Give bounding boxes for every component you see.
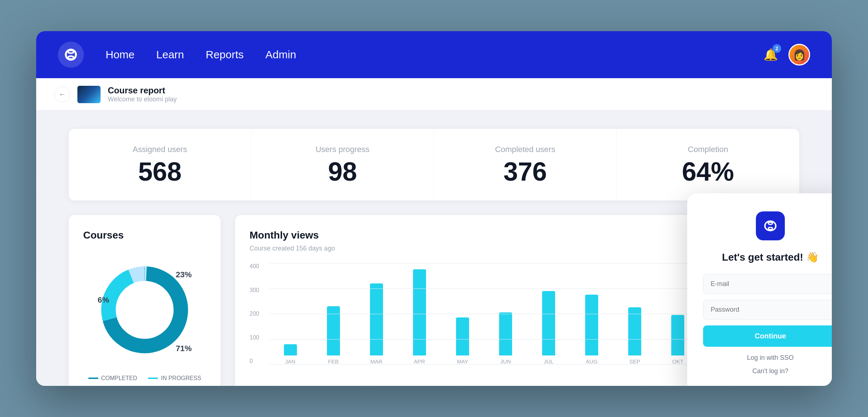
nav-learn[interactable]: Learn	[156, 49, 184, 61]
login-panel: Let's get started! 👋 Continue Log in wit…	[687, 193, 832, 386]
stat-completed-label: Completed users	[452, 145, 598, 154]
bar-may	[456, 317, 469, 355]
legend-progress-dot	[148, 378, 158, 379]
bar-feb	[327, 306, 340, 356]
bar-sep	[628, 307, 641, 355]
back-button[interactable]: ←	[54, 87, 70, 102]
donut-container: 23% 6% 71% COMPLETED IN PROGRESS	[83, 252, 206, 386]
stat-assigned-value: 568	[87, 159, 233, 185]
stat-users-progress: Users progress 98	[251, 129, 434, 201]
continue-button[interactable]: Continue	[703, 325, 832, 347]
nav-admin[interactable]: Admin	[265, 49, 296, 61]
notification-count: 2	[773, 44, 781, 53]
bar-okt	[671, 315, 684, 355]
donut-legend: COMPLETED IN PROGRESS NOT STARTED	[83, 375, 206, 386]
navbar-right: 🔔 2 👩	[762, 44, 810, 66]
stat-assigned-label: Assigned users	[87, 145, 233, 154]
y-label-200: 200	[250, 311, 259, 317]
bar-label: JAN	[285, 358, 295, 365]
stat-completion-label: Completion	[635, 145, 781, 154]
stat-completed-users: Completed users 376	[434, 129, 617, 201]
bar-label: MAY	[457, 358, 468, 365]
legend-progress-label: IN PROGRESS	[161, 375, 201, 382]
bar-label: JUL	[544, 358, 554, 365]
login-logo	[756, 211, 785, 240]
y-label-0: 0	[250, 358, 259, 365]
bar-label: APR	[414, 358, 425, 365]
logo[interactable]	[58, 42, 84, 68]
stat-completed-value: 376	[452, 159, 598, 185]
bar-aug	[585, 295, 598, 355]
bar-label: SEP	[629, 358, 640, 365]
sso-link[interactable]: Log in with SSO	[703, 354, 832, 362]
donut-label-23: 23%	[176, 270, 192, 279]
bar-jan	[284, 344, 297, 356]
stats-row: Assigned users 568 Users progress 98 Com…	[69, 129, 799, 201]
bar-label: FEB	[328, 358, 339, 365]
bar-jul	[542, 291, 555, 356]
bar-label: MAR	[370, 358, 382, 365]
legend-completed: COMPLETED	[88, 375, 137, 382]
y-label-400: 400	[250, 263, 259, 270]
bar-mar	[370, 283, 383, 356]
nav-home[interactable]: Home	[106, 49, 135, 61]
legend-completed-label: COMPLETED	[101, 375, 137, 382]
bar-label: OKT	[672, 358, 684, 365]
cant-login-link[interactable]: Can't log in?	[703, 367, 832, 375]
email-input[interactable]	[703, 274, 832, 294]
nav-links: Home Learn Reports Admin	[106, 49, 762, 61]
donut-labels: 23% 6% 71%	[94, 259, 195, 361]
notification-bell[interactable]: 🔔 2	[762, 46, 780, 64]
donut-chart: 23% 6% 71%	[94, 259, 195, 361]
navbar: Home Learn Reports Admin 🔔 2 👩	[36, 31, 832, 78]
svg-point-6	[768, 222, 773, 224]
bar-label: JUN	[500, 358, 511, 365]
nav-reports[interactable]: Reports	[206, 49, 244, 61]
password-input[interactable]	[703, 300, 832, 320]
y-label-300: 300	[250, 287, 259, 294]
stat-completion-value: 64%	[635, 159, 781, 185]
svg-point-0	[58, 42, 84, 68]
courses-chart-card: Courses 23% 6%	[69, 215, 221, 386]
donut-label-6: 6%	[98, 295, 109, 305]
breadcrumb-bar: ← Course report Welcome to eloomi play	[36, 78, 832, 111]
page-title: Course report	[108, 85, 177, 96]
svg-point-7	[768, 227, 773, 229]
login-title: Let's get started! 👋	[703, 251, 832, 263]
courses-chart-title: Courses	[83, 229, 206, 241]
user-avatar[interactable]: 👩	[788, 44, 810, 66]
avatar-emoji: 👩	[793, 49, 806, 61]
stat-progress-label: Users progress	[269, 145, 416, 154]
y-label-100: 100	[250, 334, 259, 341]
stat-progress-value: 98	[269, 159, 416, 185]
page-subtitle: Welcome to eloomi play	[108, 96, 177, 103]
bar-jun	[499, 312, 512, 355]
stat-assigned-users: Assigned users 568	[69, 129, 251, 201]
course-thumbnail	[77, 86, 101, 103]
bar-apr	[413, 269, 426, 355]
breadcrumb-text: Course report Welcome to eloomi play	[108, 85, 177, 103]
bar-label: AUG	[586, 358, 598, 365]
legend-completed-dot	[88, 378, 98, 379]
stat-completion: Completion 64%	[617, 129, 799, 201]
donut-label-71: 71%	[176, 344, 192, 353]
legend-in-progress: IN PROGRESS	[148, 375, 201, 382]
